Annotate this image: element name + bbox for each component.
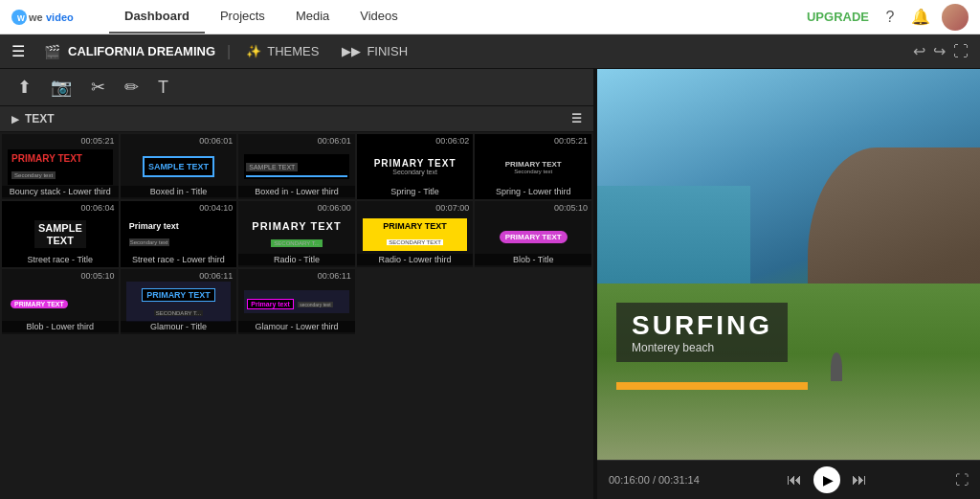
chevron-right-icon[interactable]: ▶	[11, 114, 19, 125]
nav-tab-projects[interactable]: Projects	[205, 0, 280, 34]
preview-background: SURFING Monterey beach	[597, 69, 980, 460]
avatar[interactable]	[942, 4, 969, 31]
duration-label: 00:05:21	[81, 136, 115, 146]
person-silhouette	[831, 352, 842, 381]
yellow-bar	[616, 382, 808, 390]
svg-text:video: video	[46, 11, 74, 23]
duration-label: 00:07:00	[435, 203, 469, 213]
play-icon: ▶	[823, 472, 834, 488]
main-area: ⬆ 📷 ✂ ✏ T ▶ TEXT ☰ 00:05:21 PRIMARY TEXT…	[0, 69, 980, 499]
list-item[interactable]: 00:06:02 PRIMARY TEXT Secondary text Spr…	[357, 134, 474, 199]
skip-back-button[interactable]: ⏮	[787, 471, 802, 488]
item-label: Boxed in - Lower third	[238, 186, 355, 197]
item-label: Street race - Lower third	[121, 254, 237, 265]
duration-label: 00:06:11	[199, 271, 233, 281]
undo-button[interactable]: ↩	[913, 42, 925, 60]
nav-right: UPGRADE ? 🔔	[807, 4, 980, 31]
duration-label: 00:06:11	[318, 271, 351, 281]
list-item[interactable]: 00:06:11 PRIMARY TEXT SECONDARY T... Gla…	[121, 269, 237, 334]
redo-button[interactable]: ↪	[933, 42, 946, 60]
item-label: Bouncy stack - Lower third	[2, 186, 119, 197]
finish-button[interactable]: ▶▶ FINISH	[330, 44, 419, 58]
sec-nav: ☰ 🎬 CALIFORNIA DREAMING | ✨ THEMES ▶▶ FI…	[0, 34, 980, 69]
film-icon: 🎬	[44, 44, 60, 59]
duration-label: 00:06:01	[318, 136, 351, 146]
list-item[interactable]: 00:06:04 SAMPLETEXT Street race - Title	[2, 201, 119, 266]
time-display: 00:16:00 / 00:31:14	[609, 474, 700, 486]
preview-area: SURFING Monterey beach	[597, 69, 980, 460]
svg-text:w: w	[16, 12, 25, 23]
import-button[interactable]: ⬆	[11, 75, 37, 100]
themes-label: THEMES	[267, 44, 319, 58]
skip-forward-button[interactable]: ⏭	[852, 471, 867, 488]
fullscreen-button[interactable]: ⛶	[953, 43, 969, 60]
fullscreen-icon[interactable]: ⛶	[955, 472, 969, 488]
camera-button[interactable]: 📷	[45, 75, 78, 100]
item-label: Glamour - Title	[121, 321, 237, 332]
toolbar: ⬆ 📷 ✂ ✏ T	[0, 69, 593, 106]
preview-subtitle: Monterey beach	[632, 341, 772, 354]
section-header: ▶ TEXT ☰	[0, 106, 593, 132]
duration-label: 00:06:00	[318, 203, 351, 213]
item-label: Spring - Lower third	[475, 186, 591, 197]
nav-tab-media[interactable]: Media	[280, 0, 345, 34]
right-panel: SURFING Monterey beach 00:16:00 / 00:31:…	[597, 69, 980, 499]
nav-tab-dashboard[interactable]: Dashboard	[109, 0, 205, 34]
help-icon[interactable]: ?	[880, 8, 900, 27]
bell-icon[interactable]: 🔔	[911, 8, 930, 27]
duration-label: 00:06:01	[199, 136, 233, 146]
item-label: Blob - Title	[475, 254, 591, 265]
list-item[interactable]: 00:06:00 PRIMARY TEXT SECONDARY T... Rad…	[238, 201, 355, 266]
play-button[interactable]: ▶	[813, 466, 840, 493]
finish-label: FINISH	[367, 44, 408, 58]
duration-label: 00:05:10	[554, 203, 588, 213]
duration-label: 00:04:10	[199, 203, 233, 213]
hamburger-icon[interactable]: ☰	[0, 42, 36, 60]
menu-icon[interactable]: ☰	[571, 112, 582, 125]
list-item[interactable]: 00:05:10 PRIMARY TEXT Blob - Lower third	[2, 269, 119, 334]
player-controls: 00:16:00 / 00:31:14 ⏮ ▶ ⏭ ⛶	[597, 460, 980, 499]
surf-title-box: SURFING Monterey beach	[616, 303, 788, 362]
text-grid: 00:05:21 PRIMARY TEXT Secondary text Bou…	[0, 132, 593, 336]
item-label: Spring - Title	[357, 186, 474, 197]
section-title: TEXT	[25, 112, 55, 125]
upgrade-button[interactable]: UPGRADE	[807, 10, 869, 24]
project-title-area: 🎬 CALIFORNIA DREAMING	[36, 44, 223, 59]
list-item[interactable]: 00:05:21 PRIMARY TEXT Secondary text Spr…	[475, 134, 591, 199]
duration-label: 00:06:02	[435, 136, 469, 146]
nav-tabs: Dashboard Projects Media Videos	[109, 0, 413, 34]
wand-icon: ✨	[246, 44, 261, 58]
preview-title: SURFING	[632, 310, 772, 341]
nav-tab-videos[interactable]: Videos	[345, 0, 413, 34]
list-item[interactable]: 00:06:11 Primary text secondary text Gla…	[238, 269, 355, 334]
list-item[interactable]: 00:06:01 SAMPLE TEXT Boxed in - Title	[121, 134, 237, 199]
themes-button[interactable]: ✨ THEMES	[234, 44, 330, 58]
item-label: Boxed in - Title	[121, 186, 237, 197]
item-label: Glamour - Lower third	[238, 321, 355, 332]
list-item[interactable]: 00:05:21 PRIMARY TEXT Secondary text Bou…	[2, 134, 119, 199]
left-panel: ⬆ 📷 ✂ ✏ T ▶ TEXT ☰ 00:05:21 PRIMARY TEXT…	[0, 69, 593, 499]
sec-nav-right: ↩ ↪ ⛶	[913, 42, 980, 60]
text-button[interactable]: T	[152, 76, 174, 100]
logo: w we video	[0, 7, 109, 28]
cut-button[interactable]: ✂	[85, 75, 111, 100]
list-item[interactable]: 00:07:00 PRIMARY TEXT SECONDARY TEXT Rad…	[357, 201, 474, 266]
duration-label: 00:05:21	[554, 136, 588, 146]
item-label: Blob - Lower third	[2, 321, 119, 332]
top-nav: w we video Dashboard Projects Media Vide…	[0, 0, 980, 34]
item-label: Radio - Lower third	[357, 254, 474, 265]
player-buttons: ⏮ ▶ ⏭	[787, 466, 867, 493]
finish-icon: ▶▶	[342, 44, 361, 58]
item-label: Street race - Title	[2, 254, 119, 265]
list-item[interactable]: 00:06:01 SAMPLE TEXT Boxed in - Lower th…	[238, 134, 355, 199]
project-title: CALIFORNIA DREAMING	[68, 44, 215, 58]
item-label: Radio - Title	[238, 254, 355, 265]
list-item[interactable]: 00:05:10 PRIMARY TEXT Blob - Title	[475, 201, 591, 266]
duration-label: 00:05:10	[81, 271, 115, 281]
pencil-button[interactable]: ✏	[119, 75, 145, 100]
svg-text:we: we	[28, 11, 43, 23]
duration-label: 00:06:04	[81, 203, 115, 213]
list-item[interactable]: 00:04:10 Primary text Secondary text Str…	[121, 201, 237, 266]
